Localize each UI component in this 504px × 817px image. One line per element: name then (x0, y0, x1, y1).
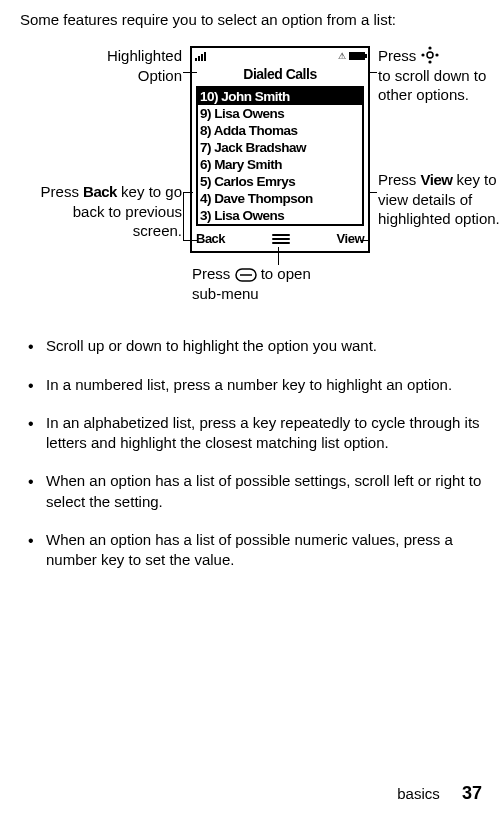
list-item[interactable]: 6) Mary Smith (198, 156, 362, 173)
anno-scroll: Press to scroll down to other options. (378, 46, 504, 105)
svg-point-1 (428, 47, 431, 50)
list-item[interactable]: 4) Dave Thompson (198, 190, 362, 207)
instruction-item: In an alphabetized list, press a key rep… (22, 413, 484, 454)
status-bar: ⚠ (192, 48, 368, 64)
signal-icon (195, 52, 206, 61)
instruction-item: In a numbered list, press a number key t… (22, 375, 484, 395)
anno-highlighted: Highlighted Option (86, 46, 182, 85)
battery-icon (349, 52, 365, 60)
list-item[interactable]: 3) Lisa Owens (198, 207, 362, 224)
instruction-item: When an option has a list of possible nu… (22, 530, 484, 571)
page-number: 37 (462, 783, 482, 803)
page-footer: basics 37 (397, 781, 482, 805)
softkey-bar: Back View (192, 230, 368, 251)
call-list: 10) John Smith 9) Lisa Owens 8) Adda Tho… (196, 86, 364, 226)
svg-point-2 (428, 61, 431, 64)
phone-screen: ⚠ Dialed Calls 10) John Smith 9) Lisa Ow… (190, 46, 370, 252)
list-item[interactable]: 5) Carlos Emrys (198, 173, 362, 190)
svg-point-3 (421, 54, 424, 57)
anno-view: Press View key to view details of highli… (378, 170, 504, 229)
intro-text: Some features require you to select an o… (20, 10, 484, 30)
list-item[interactable]: 9) Lisa Owens (198, 105, 362, 122)
section-label: basics (397, 785, 440, 802)
diagram: ⚠ Dialed Calls 10) John Smith 9) Lisa Ow… (20, 42, 484, 312)
alert-icon: ⚠ (338, 50, 346, 62)
instruction-item: Scroll up or down to highlight the optio… (22, 336, 484, 356)
menu-icon[interactable] (272, 234, 290, 244)
softkey-view[interactable]: View (337, 230, 364, 248)
anno-back: Press Back key to go back to previous sc… (32, 182, 182, 241)
svg-point-0 (427, 52, 433, 58)
menu-key-icon (235, 268, 257, 282)
list-item[interactable]: 8) Adda Thomas (198, 122, 362, 139)
softkey-back[interactable]: Back (196, 230, 225, 248)
anno-menu: Press to open sub-menu (192, 264, 332, 303)
svg-point-4 (435, 54, 438, 57)
list-item[interactable]: 7) Jack Bradshaw (198, 139, 362, 156)
nav-key-icon (421, 46, 439, 64)
list-item[interactable]: 10) John Smith (198, 88, 362, 105)
screen-title: Dialed Calls (192, 64, 368, 84)
instruction-item: When an option has a list of possible se… (22, 471, 484, 512)
instruction-list: Scroll up or down to highlight the optio… (22, 336, 484, 570)
